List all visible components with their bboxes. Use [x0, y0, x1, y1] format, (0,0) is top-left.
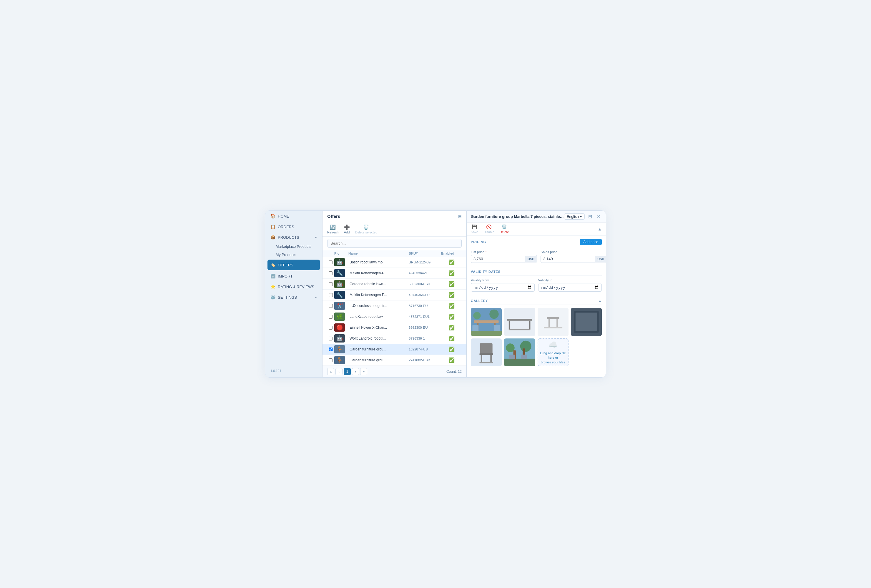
- settings-icon: ⚙️: [271, 295, 275, 300]
- delete-selected-button[interactable]: 🗑️ Delete selected: [355, 224, 377, 234]
- svg-rect-8: [471, 331, 502, 336]
- offer-enabled: ✅: [441, 259, 462, 266]
- enabled-icon: ✅: [449, 292, 455, 298]
- table-row[interactable]: 🔧 Makita Kettensagen-P... 49446364-EU ✅: [323, 290, 466, 300]
- gallery-image-5[interactable]: [471, 339, 502, 367]
- offer-sku: 2741882-USD: [409, 358, 441, 362]
- validity-to-input[interactable]: [538, 283, 602, 292]
- refresh-icon: 🔄: [330, 224, 336, 230]
- disable-button[interactable]: 🚫 Disable: [483, 224, 494, 234]
- main-area: Offers ⊟ 🔄 Refresh ➕ Add 🗑️ Delete selec…: [323, 211, 606, 377]
- validity-from-input[interactable]: [471, 283, 535, 292]
- gallery-upload-zone[interactable]: ☁️ Drag and drop file here orbrowse your…: [537, 339, 569, 367]
- offers-table-body: 🤖 Bosch robot lawn mo... BRLM-112489 ✅ 🔧…: [323, 257, 466, 366]
- offer-enabled: ✅: [441, 325, 462, 331]
- page-last-button[interactable]: »: [360, 368, 367, 375]
- table-row[interactable]: 🤖 Bosch robot lawn mo... BRLM-112489 ✅: [323, 257, 466, 268]
- row-checkbox[interactable]: [327, 358, 334, 362]
- offer-thumbnail: 🪑: [334, 356, 345, 364]
- products-chevron-icon: ▾: [315, 236, 317, 239]
- offers-toolbar: 🔄 Refresh ➕ Add 🗑️ Delete selected: [323, 222, 466, 237]
- sidebar-item-rating[interactable]: ⭐ RATING & REVIEWS: [265, 281, 322, 292]
- row-checkbox[interactable]: [327, 348, 334, 351]
- row-checkbox[interactable]: [327, 282, 334, 286]
- detail-collapse-button[interactable]: ▲: [598, 227, 602, 231]
- row-checkbox[interactable]: [327, 293, 334, 297]
- offer-sku: 8796336-1: [409, 337, 441, 340]
- sidebar-item-orders[interactable]: 📋 ORDERS: [265, 221, 322, 232]
- table-row[interactable]: 🌿 LandXcape robot law... 4372371-EU1 ✅: [323, 311, 466, 322]
- delete-button[interactable]: 🗑️ Delete: [500, 224, 509, 234]
- detail-panel: Garden furniture group Marbella 7 pieces…: [467, 211, 606, 377]
- offer-thumbnail: 🪑: [334, 345, 345, 354]
- table-row[interactable]: 🪑 Garden furniture grou... 1322874-US ✅: [323, 344, 466, 355]
- save-button[interactable]: 💾 Save: [471, 224, 478, 234]
- sales-price-input[interactable]: [541, 255, 595, 263]
- gallery-image-1[interactable]: [471, 308, 502, 336]
- sidebar-item-settings[interactable]: ⚙️ SETTINGS ▾: [265, 292, 322, 303]
- offer-sku: 8716730-EU: [409, 304, 441, 307]
- offers-expand-icon[interactable]: ⊟: [458, 214, 462, 222]
- table-row[interactable]: ✂️ LUX cordless hedge tr... 8716730-EU ✅: [323, 300, 466, 311]
- offer-sku: BRLM-112489: [409, 261, 441, 264]
- minimize-button[interactable]: ⊟: [587, 213, 593, 220]
- svg-rect-11: [509, 321, 510, 329]
- row-checkbox[interactable]: [327, 304, 334, 308]
- table-row[interactable]: 🪑 Garden furniture grou... 2741882-USD ✅: [323, 355, 466, 366]
- table-row[interactable]: 🤖 Gardena robotic lawn... 6982300-USD ✅: [323, 279, 466, 290]
- row-checkbox[interactable]: [327, 261, 334, 264]
- app-container: 🏠 HOME 📋 ORDERS 📦 PRODUCTS ▾ Marketplace…: [265, 210, 606, 378]
- gallery-image-3[interactable]: [537, 308, 569, 336]
- validity-from-field: Validity from: [471, 278, 535, 292]
- table-row[interactable]: 🔧 Makita Kettensagen-P... 49463364-S ✅: [323, 268, 466, 279]
- sidebar-item-home[interactable]: 🏠 HOME: [265, 211, 322, 221]
- sidebar-item-offers[interactable]: 🏷️ OFFERS: [268, 260, 320, 270]
- svg-rect-25: [481, 355, 482, 363]
- close-button[interactable]: ✕: [596, 213, 602, 220]
- row-checkbox[interactable]: [327, 337, 334, 340]
- offer-enabled: ✅: [441, 303, 462, 309]
- offer-name: Einhell Power X-Chan...: [349, 325, 409, 330]
- offer-thumbnail: 🔧: [334, 291, 345, 299]
- gallery-collapse-button[interactable]: ▲: [598, 299, 602, 303]
- svg-rect-24: [479, 354, 493, 355]
- add-button[interactable]: ➕ Add: [344, 224, 350, 234]
- offer-enabled: ✅: [441, 357, 462, 363]
- gallery-image-6[interactable]: [504, 339, 535, 367]
- row-checkbox[interactable]: [327, 315, 334, 319]
- page-1-button[interactable]: 1: [344, 368, 351, 375]
- row-checkbox[interactable]: [327, 326, 334, 330]
- add-icon: ➕: [344, 224, 350, 230]
- svg-point-30: [520, 341, 531, 352]
- add-price-button[interactable]: Add price: [580, 239, 602, 245]
- svg-rect-10: [507, 319, 532, 321]
- table-row[interactable]: 🔴 Einhell Power X-Chan... 6982300-EU ✅: [323, 322, 466, 333]
- list-price-input[interactable]: [471, 255, 525, 263]
- page-next-button[interactable]: ›: [352, 368, 359, 375]
- language-selector[interactable]: English ▾: [564, 213, 585, 219]
- offers-panel: Offers ⊟ 🔄 Refresh ➕ Add 🗑️ Delete selec…: [323, 211, 467, 377]
- search-input[interactable]: [327, 239, 462, 248]
- sidebar-item-marketplace-products[interactable]: Marketplace Products: [265, 243, 322, 251]
- gallery-image-4[interactable]: [571, 308, 602, 336]
- svg-rect-16: [548, 319, 549, 328]
- table-row[interactable]: 🤖 Worx Landroid robot l... 8796336-1 ✅: [323, 333, 466, 344]
- refresh-button[interactable]: 🔄 Refresh: [327, 224, 339, 234]
- row-checkbox[interactable]: [327, 272, 334, 275]
- sales-price-currency: USD: [595, 256, 606, 262]
- svg-rect-9: [504, 308, 535, 336]
- sidebar-item-my-products[interactable]: My Products: [265, 251, 322, 259]
- page-first-button[interactable]: «: [327, 368, 334, 375]
- list-price-currency: USD: [525, 256, 537, 262]
- svg-rect-14: [537, 308, 569, 336]
- pricing-row: List price * USD Sales price: [471, 250, 602, 263]
- sidebar-item-products[interactable]: 📦 PRODUCTS ▾: [265, 232, 322, 243]
- page-prev-button[interactable]: ‹: [335, 368, 343, 375]
- sidebar-item-import[interactable]: ⬇️ IMPORT: [265, 271, 322, 281]
- svg-rect-27: [479, 362, 493, 363]
- validity-to-field: Validity to: [538, 278, 602, 292]
- offer-thumbnail: 🤖: [334, 334, 345, 343]
- gallery-image-2[interactable]: [504, 308, 535, 336]
- offer-enabled: ✅: [441, 336, 462, 342]
- offers-search: [323, 237, 466, 250]
